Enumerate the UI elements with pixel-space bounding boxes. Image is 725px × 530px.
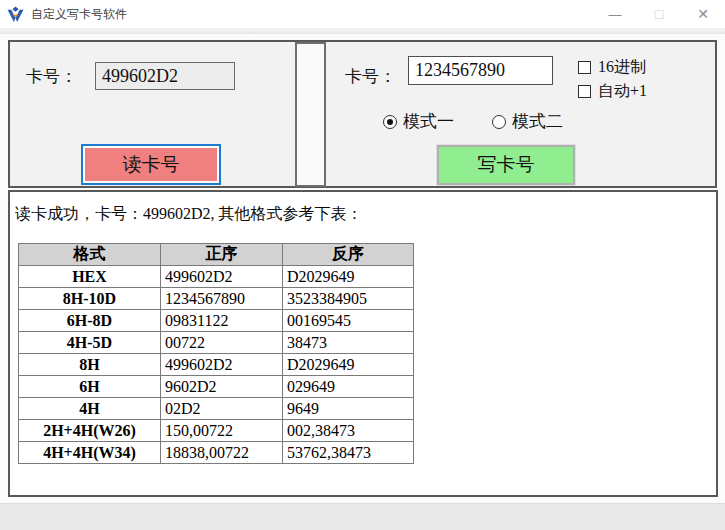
- read-card-button-label: 读卡号: [123, 152, 180, 178]
- cell-reverse: 002,38473: [283, 420, 414, 442]
- card-io-panel: 卡号： 读卡号 卡号： 16进制 自动+1 模式一 模式二 写卡号: [8, 40, 717, 188]
- hex-checkbox[interactable]: 16进制: [578, 57, 646, 78]
- cell-forward: 18838,00722: [161, 442, 283, 464]
- hex-checkbox-box[interactable]: [578, 61, 591, 74]
- write-card-number-field[interactable]: [408, 56, 553, 85]
- mode-one-radio[interactable]: 模式一: [383, 110, 454, 133]
- auto-increment-checkbox-box[interactable]: [578, 85, 591, 98]
- table-row: 4H-5D 00722 38473: [19, 332, 414, 354]
- hex-checkbox-label: 16进制: [598, 57, 646, 78]
- auto-increment-checkbox-label: 自动+1: [598, 81, 647, 102]
- cell-format: 6H-8D: [19, 310, 161, 332]
- cell-reverse: 38473: [283, 332, 414, 354]
- table-row: 6H-8D 09831122 00169545: [19, 310, 414, 332]
- mode-two-radio[interactable]: 模式二: [492, 110, 563, 133]
- cell-reverse: 029649: [283, 376, 414, 398]
- auto-increment-checkbox[interactable]: 自动+1: [578, 81, 647, 102]
- table-row: HEX 499602D2 D2029649: [19, 266, 414, 288]
- read-card-button[interactable]: 读卡号: [81, 144, 221, 185]
- format-table: 格式 正序 反序 HEX 499602D2 D2029649 8H-10D 12…: [18, 243, 414, 464]
- window-title: 自定义写卡号软件: [31, 6, 127, 23]
- cell-reverse: D2029649: [283, 266, 414, 288]
- minimize-button[interactable]: —: [593, 0, 637, 28]
- cell-reverse: 9649: [283, 398, 414, 420]
- mode-two-radio-circle[interactable]: [492, 115, 506, 129]
- cell-forward: 9602D2: [161, 376, 283, 398]
- titlebar-divider-strip: [0, 28, 725, 34]
- mode-two-radio-label: 模式二: [512, 110, 563, 133]
- maximize-button[interactable]: □: [637, 0, 681, 28]
- write-card-button[interactable]: 写卡号: [437, 145, 575, 185]
- cell-forward: 499602D2: [161, 266, 283, 288]
- cell-format: 4H: [19, 398, 161, 420]
- window-controls: — □ ✕: [593, 0, 725, 28]
- read-card-label: 卡号：: [26, 65, 77, 88]
- mode-one-radio-label: 模式一: [403, 110, 454, 133]
- cell-format: HEX: [19, 266, 161, 288]
- write-card-button-label: 写卡号: [478, 152, 535, 178]
- cell-format: 4H+4H(W34): [19, 442, 161, 464]
- table-row: 8H-10D 1234567890 3523384905: [19, 288, 414, 310]
- cell-format: 6H: [19, 376, 161, 398]
- cell-forward: 1234567890: [161, 288, 283, 310]
- table-row: 6H 9602D2 029649: [19, 376, 414, 398]
- cell-reverse: 53762,38473: [283, 442, 414, 464]
- mode-one-radio-circle[interactable]: [383, 115, 397, 129]
- app-logo-icon: [7, 6, 24, 23]
- status-strip: [0, 503, 725, 530]
- cell-forward: 150,00722: [161, 420, 283, 442]
- app-window: { "window": { "title": "自定义写卡号软件", "cont…: [0, 0, 725, 530]
- cell-forward: 499602D2: [161, 354, 283, 376]
- result-panel: 读卡成功，卡号：499602D2, 其他格式参考下表： 格式 正序 反序 HEX…: [8, 190, 718, 497]
- header-forward: 正序: [161, 244, 283, 266]
- close-button[interactable]: ✕: [681, 0, 725, 28]
- read-card-number-field[interactable]: [95, 62, 235, 90]
- header-format: 格式: [19, 244, 161, 266]
- table-row: 4H+4H(W34) 18838,00722 53762,38473: [19, 442, 414, 464]
- cell-reverse: D2029649: [283, 354, 414, 376]
- header-reverse: 反序: [283, 244, 414, 266]
- table-row: 8H 499602D2 D2029649: [19, 354, 414, 376]
- write-card-label: 卡号：: [345, 65, 396, 88]
- panel-divider-box: [295, 42, 326, 187]
- cell-reverse: 3523384905: [283, 288, 414, 310]
- table-row: 2H+4H(W26) 150,00722 002,38473: [19, 420, 414, 442]
- cell-format: 8H-10D: [19, 288, 161, 310]
- cell-format: 2H+4H(W26): [19, 420, 161, 442]
- cell-format: 8H: [19, 354, 161, 376]
- read-status-text: 读卡成功，卡号：499602D2, 其他格式参考下表：: [15, 204, 363, 225]
- title-bar: 自定义写卡号软件 — □ ✕: [0, 0, 725, 28]
- cell-reverse: 00169545: [283, 310, 414, 332]
- cell-format: 4H-5D: [19, 332, 161, 354]
- cell-forward: 00722: [161, 332, 283, 354]
- cell-forward: 09831122: [161, 310, 283, 332]
- cell-forward: 02D2: [161, 398, 283, 420]
- format-table-header-row: 格式 正序 反序: [19, 244, 414, 266]
- table-row: 4H 02D2 9649: [19, 398, 414, 420]
